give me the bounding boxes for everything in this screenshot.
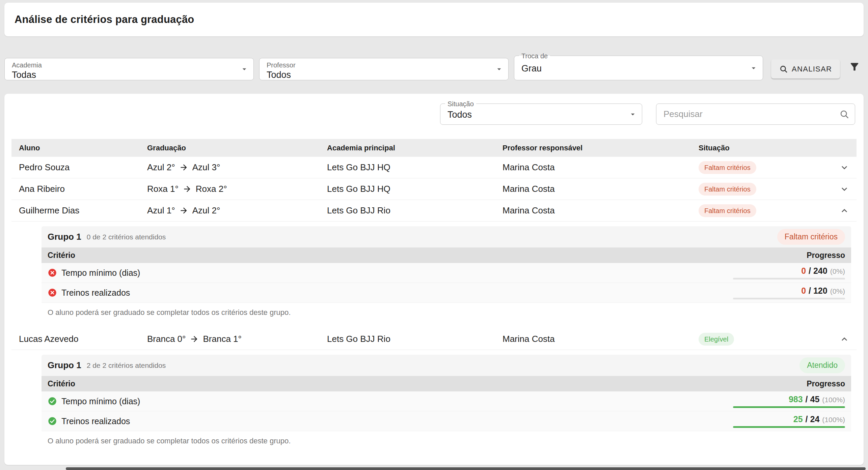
page-header: Análise de critérios para graduação xyxy=(4,3,864,36)
table-row[interactable]: Guilherme Dias Azul 1° Azul 2° Lets Go B… xyxy=(11,200,857,222)
table-row[interactable]: Ana Ribeiro Roxa 1° Roxa 2° Lets Go BJJ … xyxy=(11,178,857,200)
academy-name: Lets Go BJJ Rio xyxy=(327,205,503,216)
group-status-badge: Faltam critérios xyxy=(777,229,845,245)
analisar-button[interactable]: ANALISAR xyxy=(771,59,840,79)
criteria-group-header: Grupo 1 0 de 2 critérios atendidos Falta… xyxy=(42,226,851,247)
criteria-row: Tempo mínimo (dias) 983 / 45 (100%) xyxy=(42,391,851,411)
situacao-select-value: Todos xyxy=(447,110,472,120)
arrow-right-icon xyxy=(179,206,188,215)
troca-de-select-label: Troca de xyxy=(519,52,550,60)
professor-name: Marina Costa xyxy=(503,205,699,216)
col-professor: Professor responsável xyxy=(503,144,699,152)
criteria-row: Treinos realizados 25 / 24 (100%) xyxy=(42,411,851,431)
table-row[interactable]: Pedro Souza Azul 2° Azul 3° Lets Go BJJ … xyxy=(11,157,857,178)
expand-chevron-icon[interactable] xyxy=(832,162,857,173)
group-footer-note: O aluno poderá ser graduado se completar… xyxy=(48,437,851,445)
academia-select[interactable]: Academia Todas xyxy=(4,58,254,80)
progress-bar xyxy=(733,298,845,299)
chevron-down-icon xyxy=(495,65,504,74)
col-progresso: Progresso xyxy=(807,251,845,260)
group-subtitle: 2 de 2 critérios atendidos xyxy=(87,361,166,370)
situacao-select-label: Situação xyxy=(445,99,476,108)
group-title: Grupo 1 xyxy=(48,232,81,242)
student-name: Lucas Azevedo xyxy=(19,334,147,344)
card-toolbar: Situação Todos xyxy=(4,94,864,125)
chevron-down-icon xyxy=(240,65,249,74)
chevron-down-icon xyxy=(749,64,758,72)
group-subtitle: 0 de 2 critérios atendidos xyxy=(87,233,166,241)
academy-name: Lets Go BJJ HQ xyxy=(327,162,503,173)
professor-select-label: Professor xyxy=(267,61,489,69)
table-row[interactable]: Lucas Azevedo Branca 0° Branca 1° Lets G… xyxy=(11,328,857,350)
horizontal-scrollbar xyxy=(0,467,868,470)
search-input[interactable] xyxy=(663,109,835,119)
search-icon xyxy=(779,65,788,74)
troca-de-select[interactable]: Troca de Grau xyxy=(514,56,763,80)
arrow-right-icon xyxy=(179,163,188,172)
status-badge: Faltam critérios xyxy=(699,161,756,174)
col-situacao: Situação xyxy=(699,144,832,152)
graduation-from: Branca 0° xyxy=(147,334,186,344)
collapse-chevron-icon[interactable] xyxy=(832,205,857,216)
fail-icon xyxy=(48,288,57,297)
group-footer-note: O aluno poderá ser graduado se completar… xyxy=(48,308,851,317)
criteria-progress-value: 983 / 45 (100%) xyxy=(789,394,845,404)
horizontal-scrollbar-thumb[interactable] xyxy=(66,467,866,470)
student-name: Pedro Souza xyxy=(19,162,147,173)
group-title: Grupo 1 xyxy=(48,360,81,371)
graduation-cell: Azul 2° Azul 3° xyxy=(147,162,327,173)
academia-select-value: Todas xyxy=(12,70,235,80)
professor-name: Marina Costa xyxy=(503,162,699,173)
status-badge: Elegível xyxy=(699,333,734,346)
graduation-from: Azul 1° xyxy=(147,205,175,216)
check-icon xyxy=(48,396,57,406)
graduation-to: Roxa 2° xyxy=(196,184,227,194)
criteria-table-header: Critério Progresso xyxy=(42,376,851,391)
table-header-row: Aluno Graduação Academia principal Profe… xyxy=(11,139,857,157)
progress-bar xyxy=(733,406,845,408)
status-badge: Faltam critérios xyxy=(699,183,756,196)
page-title: Análise de critérios para graduação xyxy=(15,13,194,26)
professor-select-value: Todos xyxy=(267,70,489,80)
expanded-criteria-panel: Grupo 1 0 de 2 critérios atendidos Falta… xyxy=(42,226,851,317)
professor-select[interactable]: Professor Todos xyxy=(259,58,509,80)
fail-icon xyxy=(48,268,57,277)
group-status-badge: Atendido xyxy=(799,357,845,374)
results-card: Situação Todos Aluno Graduação Academia … xyxy=(4,94,864,465)
expand-chevron-icon[interactable] xyxy=(832,184,857,195)
col-academia: Academia principal xyxy=(327,144,503,152)
graduation-from: Roxa 1° xyxy=(147,184,179,194)
filter-bar: Academia Todas Professor Todos Troca de … xyxy=(4,56,864,80)
criteria-table-header: Critério Progresso xyxy=(42,247,851,263)
col-criterio: Critério xyxy=(48,379,75,388)
graduation-to: Branca 1° xyxy=(203,334,241,344)
filter-icon[interactable] xyxy=(849,61,860,72)
graduation-cell: Roxa 1° Roxa 2° xyxy=(147,184,327,194)
criteria-row: Treinos realizados 0 / 120 (0%) xyxy=(42,283,851,303)
graduation-to: Azul 3° xyxy=(192,162,220,173)
status-badge: Faltam critérios xyxy=(699,204,756,217)
analisar-button-label: ANALISAR xyxy=(792,65,832,74)
check-icon xyxy=(48,416,57,426)
criteria-group-header: Grupo 1 2 de 2 critérios atendidos Atend… xyxy=(42,355,851,376)
collapse-chevron-icon[interactable] xyxy=(832,334,857,345)
situacao-select[interactable]: Situação Todos xyxy=(440,104,642,125)
progress-bar xyxy=(733,426,845,428)
chevron-down-icon xyxy=(628,110,637,119)
arrow-right-icon xyxy=(190,334,199,344)
search-icon xyxy=(839,109,849,119)
col-progresso: Progresso xyxy=(807,379,845,388)
professor-name: Marina Costa xyxy=(503,334,699,344)
academia-select-label: Academia xyxy=(12,61,235,69)
criteria-row: Tempo mínimo (dias) 0 / 240 (0%) xyxy=(42,263,851,283)
col-graduacao: Graduação xyxy=(147,144,327,152)
col-aluno: Aluno xyxy=(19,144,147,152)
graduation-to: Azul 2° xyxy=(192,205,220,216)
troca-de-select-value: Grau xyxy=(521,63,542,74)
criteria-progress-value: 25 / 24 (100%) xyxy=(793,414,845,424)
progress-bar xyxy=(733,278,845,280)
academy-name: Lets Go BJJ Rio xyxy=(327,334,503,344)
students-table: Aluno Graduação Academia principal Profe… xyxy=(11,139,857,445)
student-name: Guilherme Dias xyxy=(19,205,147,216)
criteria-label: Tempo mínimo (dias) xyxy=(61,268,140,278)
